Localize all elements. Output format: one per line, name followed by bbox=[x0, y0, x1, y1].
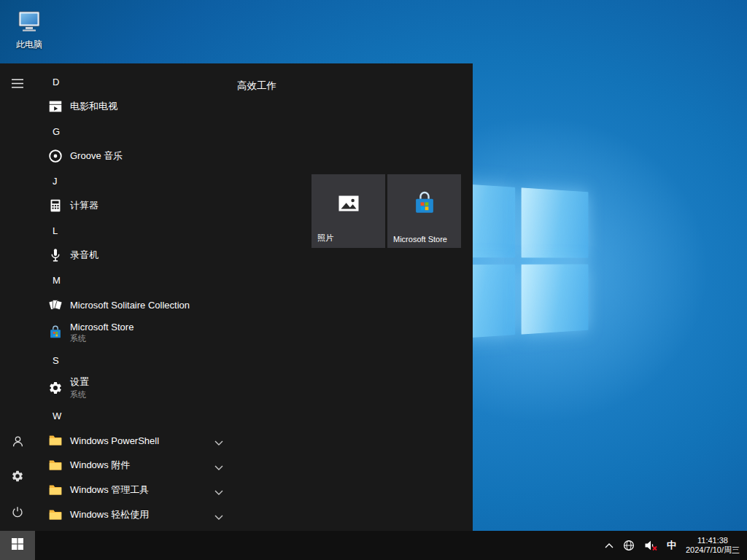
app-item-groove-music[interactable]: Groove 音乐 bbox=[35, 144, 261, 168]
app-label: Microsoft Solitaire Collection bbox=[70, 300, 190, 311]
ime-indicator[interactable]: 中 bbox=[667, 539, 676, 552]
store-icon bbox=[47, 324, 64, 341]
start-menu: D 电影和电视 G Groove 音乐 J 计算器 L bbox=[0, 63, 473, 531]
folder-icon bbox=[47, 481, 64, 499]
tile-label: Microsoft Store bbox=[393, 235, 447, 244]
folder-label: Windows 管理工具 bbox=[70, 483, 149, 497]
taskbar: 中 11:41:38 2024/7/10/周三 bbox=[0, 531, 747, 560]
section-letter: L bbox=[53, 225, 58, 236]
chevron-down-icon[interactable] bbox=[214, 512, 223, 518]
app-sublabel: 系统 bbox=[70, 389, 89, 400]
hamburger-icon bbox=[12, 78, 23, 91]
app-section-l[interactable]: L bbox=[35, 218, 261, 243]
app-section-s[interactable]: S bbox=[35, 348, 261, 373]
chevron-down-icon[interactable] bbox=[214, 487, 223, 493]
folder-item-windows-powershell[interactable]: Windows PowerShell bbox=[35, 428, 261, 453]
windows-logo-pane bbox=[521, 264, 588, 334]
settings-button[interactable] bbox=[0, 460, 35, 495]
clock-time: 11:41:38 bbox=[697, 536, 728, 545]
section-letter: W bbox=[53, 411, 61, 421]
start-menu-rail bbox=[0, 63, 35, 531]
clock-date: 2024/7/10/周三 bbox=[686, 545, 740, 555]
app-section-d[interactable]: D bbox=[35, 69, 261, 94]
store-icon bbox=[411, 190, 438, 220]
app-item-settings[interactable]: 设置 系统 bbox=[35, 373, 261, 403]
folder-item-windows-accessories[interactable]: Windows 附件 bbox=[35, 453, 261, 478]
folder-icon bbox=[47, 432, 64, 449]
windows-logo-pane bbox=[521, 187, 588, 257]
section-letter: D bbox=[53, 77, 59, 88]
tile-grid: 照片 Microsoft Store bbox=[311, 174, 461, 248]
section-letter: M bbox=[53, 275, 61, 286]
section-letter: J bbox=[53, 176, 58, 187]
app-label: 计算器 bbox=[70, 199, 98, 212]
desktop-icon-label: 此电脑 bbox=[16, 39, 42, 51]
folder-item-windows-admin-tools[interactable]: Windows 管理工具 bbox=[35, 478, 261, 502]
volume-muted-icon[interactable] bbox=[644, 540, 657, 551]
this-pc-icon bbox=[17, 9, 42, 36]
solitaire-icon bbox=[47, 296, 64, 314]
desktop-icon-this-pc[interactable]: 此电脑 bbox=[9, 9, 50, 51]
app-section-w[interactable]: W bbox=[35, 403, 261, 428]
tile-group-title[interactable]: 高效工作 bbox=[237, 79, 276, 93]
app-section-g[interactable]: G bbox=[35, 119, 261, 144]
app-item-solitaire[interactable]: Microsoft Solitaire Collection bbox=[35, 292, 261, 317]
folder-label: Windows 附件 bbox=[70, 459, 130, 472]
folder-label: Windows 轻松使用 bbox=[70, 508, 149, 521]
groove-music-icon bbox=[47, 147, 64, 165]
network-globe-icon[interactable] bbox=[623, 540, 635, 551]
system-tray: 中 11:41:38 2024/7/10/周三 bbox=[597, 531, 747, 560]
photos-icon bbox=[336, 190, 362, 219]
movies-tv-icon bbox=[47, 98, 64, 115]
app-label: 录音机 bbox=[70, 249, 98, 262]
tile-label: 照片 bbox=[317, 233, 333, 244]
folder-label: Windows PowerShell bbox=[70, 435, 159, 446]
calculator-icon bbox=[47, 197, 64, 214]
app-item-voice-recorder[interactable]: 录音机 bbox=[35, 243, 261, 268]
app-section-j[interactable]: J bbox=[35, 168, 261, 193]
settings-gear-icon bbox=[47, 379, 64, 397]
expand-menu-button[interactable] bbox=[0, 67, 35, 102]
power-icon bbox=[11, 505, 24, 521]
tray-chevron-up-icon[interactable] bbox=[605, 542, 614, 548]
folder-icon bbox=[47, 506, 64, 524]
user-icon bbox=[11, 435, 25, 451]
voice-recorder-icon bbox=[47, 246, 64, 264]
app-label: 电影和电视 bbox=[70, 100, 117, 113]
app-item-movies-tv[interactable]: 电影和电视 bbox=[35, 94, 261, 119]
section-letter: S bbox=[53, 355, 59, 366]
tile-photos[interactable]: 照片 bbox=[311, 174, 385, 248]
app-section-m[interactable]: M bbox=[35, 268, 261, 292]
section-letter: G bbox=[53, 126, 60, 137]
app-label: Groove 音乐 bbox=[70, 149, 123, 163]
start-app-list: D 电影和电视 G Groove 音乐 J 计算器 L bbox=[35, 63, 261, 531]
clock[interactable]: 11:41:38 2024/7/10/周三 bbox=[686, 536, 740, 555]
start-button[interactable] bbox=[0, 531, 35, 560]
tile-microsoft-store[interactable]: Microsoft Store bbox=[387, 174, 461, 248]
gear-icon bbox=[11, 470, 24, 486]
power-button[interactable] bbox=[0, 496, 35, 531]
app-sublabel: 系统 bbox=[70, 333, 133, 344]
folder-item-windows-ease-of-access[interactable]: Windows 轻松使用 bbox=[35, 502, 261, 527]
app-label: Microsoft Store bbox=[70, 322, 133, 332]
chevron-down-icon[interactable] bbox=[214, 438, 223, 443]
app-item-calculator[interactable]: 计算器 bbox=[35, 193, 261, 218]
app-item-microsoft-store[interactable]: Microsoft Store 系统 bbox=[35, 317, 261, 348]
user-account-button[interactable] bbox=[0, 425, 35, 460]
windows-logo-icon bbox=[12, 538, 23, 553]
app-label: 设置 bbox=[70, 376, 89, 389]
folder-icon bbox=[47, 456, 64, 474]
chevron-down-icon[interactable] bbox=[214, 462, 223, 468]
